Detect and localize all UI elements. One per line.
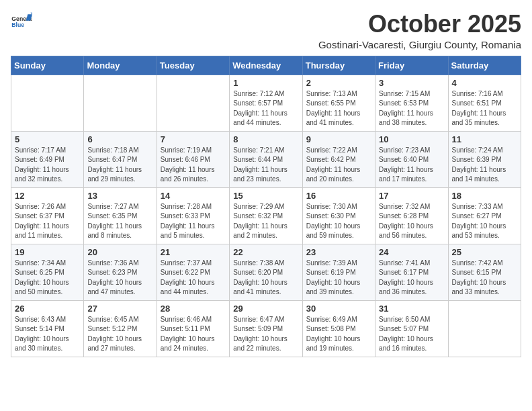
calendar-cell: 17Sunrise: 7:32 AM Sunset: 6:28 PM Dayli… bbox=[375, 187, 448, 244]
day-number: 6 bbox=[87, 134, 152, 144]
calendar-cell bbox=[157, 75, 229, 131]
calendar-cell: 9Sunrise: 7:22 AM Sunset: 6:42 PM Daylig… bbox=[302, 131, 375, 187]
day-info: Sunrise: 7:22 AM Sunset: 6:42 PM Dayligh… bbox=[306, 146, 371, 185]
day-info: Sunrise: 7:15 AM Sunset: 6:53 PM Dayligh… bbox=[379, 89, 444, 128]
day-number: 9 bbox=[306, 134, 371, 144]
svg-text:Blue: Blue bbox=[11, 21, 24, 28]
logo: General Blue bbox=[11, 11, 32, 32]
calendar-cell bbox=[448, 300, 521, 357]
day-info: Sunrise: 7:39 AM Sunset: 6:19 PM Dayligh… bbox=[306, 259, 371, 298]
logo-icon: General Blue bbox=[11, 11, 32, 32]
calendar-cell: 21Sunrise: 7:37 AM Sunset: 6:22 PM Dayli… bbox=[157, 244, 229, 300]
day-info: Sunrise: 6:43 AM Sunset: 5:14 PM Dayligh… bbox=[15, 315, 80, 354]
calendar-cell: 25Sunrise: 7:42 AM Sunset: 6:15 PM Dayli… bbox=[448, 244, 521, 300]
day-info: Sunrise: 7:17 AM Sunset: 6:49 PM Dayligh… bbox=[15, 146, 80, 185]
day-info: Sunrise: 7:30 AM Sunset: 6:30 PM Dayligh… bbox=[306, 202, 371, 241]
calendar-cell: 8Sunrise: 7:21 AM Sunset: 6:44 PM Daylig… bbox=[230, 131, 302, 187]
day-info: Sunrise: 7:28 AM Sunset: 6:33 PM Dayligh… bbox=[161, 202, 226, 241]
calendar-cell: 22Sunrise: 7:38 AM Sunset: 6:20 PM Dayli… bbox=[230, 244, 302, 300]
calendar-cell: 6Sunrise: 7:18 AM Sunset: 6:47 PM Daylig… bbox=[84, 131, 157, 187]
calendar-week-row: 19Sunrise: 7:34 AM Sunset: 6:25 PM Dayli… bbox=[11, 244, 521, 300]
calendar-table: SundayMondayTuesdayWednesdayThursdayFrid… bbox=[11, 56, 521, 357]
calendar-cell bbox=[11, 75, 84, 131]
day-info: Sunrise: 7:41 AM Sunset: 6:17 PM Dayligh… bbox=[379, 259, 444, 298]
calendar-cell: 19Sunrise: 7:34 AM Sunset: 6:25 PM Dayli… bbox=[11, 244, 84, 300]
calendar-cell: 2Sunrise: 7:13 AM Sunset: 6:55 PM Daylig… bbox=[302, 75, 375, 131]
day-number: 30 bbox=[306, 304, 371, 314]
day-number: 29 bbox=[233, 304, 298, 314]
day-number: 25 bbox=[452, 247, 517, 257]
calendar-cell: 20Sunrise: 7:36 AM Sunset: 6:23 PM Dayli… bbox=[84, 244, 157, 300]
day-info: Sunrise: 7:13 AM Sunset: 6:55 PM Dayligh… bbox=[306, 89, 371, 128]
day-info: Sunrise: 7:16 AM Sunset: 6:51 PM Dayligh… bbox=[452, 89, 517, 128]
day-number: 22 bbox=[233, 247, 298, 257]
day-info: Sunrise: 6:45 AM Sunset: 5:12 PM Dayligh… bbox=[87, 315, 152, 354]
calendar-cell: 4Sunrise: 7:16 AM Sunset: 6:51 PM Daylig… bbox=[448, 75, 521, 131]
day-number: 12 bbox=[15, 191, 80, 201]
weekday-header-wednesday: Wednesday bbox=[230, 56, 302, 75]
weekday-header-thursday: Thursday bbox=[302, 56, 375, 75]
calendar-week-row: 26Sunrise: 6:43 AM Sunset: 5:14 PM Dayli… bbox=[11, 300, 521, 357]
calendar-week-row: 12Sunrise: 7:26 AM Sunset: 6:37 PM Dayli… bbox=[11, 187, 521, 244]
day-info: Sunrise: 6:46 AM Sunset: 5:11 PM Dayligh… bbox=[161, 315, 226, 354]
day-number: 19 bbox=[15, 247, 80, 257]
day-number: 7 bbox=[161, 134, 226, 144]
calendar-cell: 28Sunrise: 6:46 AM Sunset: 5:11 PM Dayli… bbox=[157, 300, 229, 357]
day-number: 31 bbox=[379, 304, 444, 314]
weekday-header-monday: Monday bbox=[84, 56, 157, 75]
calendar-cell bbox=[84, 75, 157, 131]
day-number: 28 bbox=[161, 304, 226, 314]
day-number: 18 bbox=[452, 191, 517, 201]
day-info: Sunrise: 7:23 AM Sunset: 6:40 PM Dayligh… bbox=[379, 146, 444, 185]
day-info: Sunrise: 7:21 AM Sunset: 6:44 PM Dayligh… bbox=[233, 146, 298, 185]
weekday-header-friday: Friday bbox=[375, 56, 448, 75]
calendar-cell: 5Sunrise: 7:17 AM Sunset: 6:49 PM Daylig… bbox=[11, 131, 84, 187]
weekday-header-tuesday: Tuesday bbox=[157, 56, 229, 75]
calendar-cell: 16Sunrise: 7:30 AM Sunset: 6:30 PM Dayli… bbox=[302, 187, 375, 244]
day-info: Sunrise: 7:18 AM Sunset: 6:47 PM Dayligh… bbox=[87, 146, 152, 185]
day-info: Sunrise: 7:27 AM Sunset: 6:35 PM Dayligh… bbox=[87, 202, 152, 241]
day-number: 27 bbox=[87, 304, 152, 314]
day-number: 23 bbox=[306, 247, 371, 257]
day-number: 10 bbox=[379, 134, 444, 144]
day-info: Sunrise: 6:49 AM Sunset: 5:08 PM Dayligh… bbox=[306, 315, 371, 354]
day-number: 17 bbox=[379, 191, 444, 201]
calendar-cell: 1Sunrise: 7:12 AM Sunset: 6:57 PM Daylig… bbox=[230, 75, 302, 131]
calendar-cell: 11Sunrise: 7:24 AM Sunset: 6:39 PM Dayli… bbox=[448, 131, 521, 187]
day-number: 4 bbox=[452, 78, 517, 88]
day-number: 15 bbox=[233, 191, 298, 201]
calendar-week-row: 5Sunrise: 7:17 AM Sunset: 6:49 PM Daylig… bbox=[11, 131, 521, 187]
day-number: 8 bbox=[233, 134, 298, 144]
weekday-header-sunday: Sunday bbox=[11, 56, 84, 75]
day-number: 24 bbox=[379, 247, 444, 257]
day-number: 21 bbox=[161, 247, 226, 257]
calendar-cell: 3Sunrise: 7:15 AM Sunset: 6:53 PM Daylig… bbox=[375, 75, 448, 131]
calendar-cell: 7Sunrise: 7:19 AM Sunset: 6:46 PM Daylig… bbox=[157, 131, 229, 187]
day-info: Sunrise: 7:12 AM Sunset: 6:57 PM Dayligh… bbox=[233, 89, 298, 128]
month-title: October 2025 bbox=[318, 11, 521, 38]
day-info: Sunrise: 7:26 AM Sunset: 6:37 PM Dayligh… bbox=[15, 202, 80, 241]
calendar-cell: 15Sunrise: 7:29 AM Sunset: 6:32 PM Dayli… bbox=[230, 187, 302, 244]
calendar-cell: 30Sunrise: 6:49 AM Sunset: 5:08 PM Dayli… bbox=[302, 300, 375, 357]
calendar-cell: 12Sunrise: 7:26 AM Sunset: 6:37 PM Dayli… bbox=[11, 187, 84, 244]
day-number: 11 bbox=[452, 134, 517, 144]
calendar-cell: 13Sunrise: 7:27 AM Sunset: 6:35 PM Dayli… bbox=[84, 187, 157, 244]
day-number: 20 bbox=[87, 247, 152, 257]
calendar-cell: 31Sunrise: 6:50 AM Sunset: 5:07 PM Dayli… bbox=[375, 300, 448, 357]
day-number: 14 bbox=[161, 191, 226, 201]
title-block: October 2025 Gostinari-Vacaresti, Giurgi… bbox=[318, 11, 521, 50]
day-number: 1 bbox=[233, 78, 298, 88]
day-info: Sunrise: 7:42 AM Sunset: 6:15 PM Dayligh… bbox=[452, 259, 517, 298]
location-title: Gostinari-Vacaresti, Giurgiu County, Rom… bbox=[318, 39, 521, 50]
day-info: Sunrise: 7:37 AM Sunset: 6:22 PM Dayligh… bbox=[161, 259, 226, 298]
day-info: Sunrise: 7:34 AM Sunset: 6:25 PM Dayligh… bbox=[15, 259, 80, 298]
calendar-cell: 23Sunrise: 7:39 AM Sunset: 6:19 PM Dayli… bbox=[302, 244, 375, 300]
day-info: Sunrise: 7:29 AM Sunset: 6:32 PM Dayligh… bbox=[233, 202, 298, 241]
day-number: 13 bbox=[87, 191, 152, 201]
calendar-cell: 14Sunrise: 7:28 AM Sunset: 6:33 PM Dayli… bbox=[157, 187, 229, 244]
day-number: 3 bbox=[379, 78, 444, 88]
calendar-cell: 18Sunrise: 7:33 AM Sunset: 6:27 PM Dayli… bbox=[448, 187, 521, 244]
day-info: Sunrise: 6:47 AM Sunset: 5:09 PM Dayligh… bbox=[233, 315, 298, 354]
calendar-cell: 27Sunrise: 6:45 AM Sunset: 5:12 PM Dayli… bbox=[84, 300, 157, 357]
day-info: Sunrise: 7:24 AM Sunset: 6:39 PM Dayligh… bbox=[452, 146, 517, 185]
